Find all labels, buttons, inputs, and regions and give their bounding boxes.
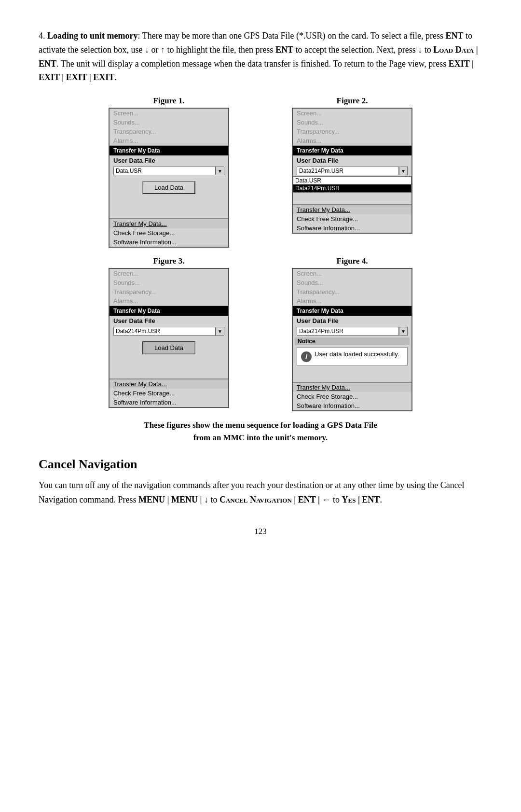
fig4-dropdown-box[interactable]: Data214Pm.USR <box>297 327 399 336</box>
fig4-dropdown-arrow[interactable]: ▼ <box>399 327 408 336</box>
fig3-header-bar: Transfer My Data <box>110 306 228 316</box>
intro-paragraph: 4. Loading to unit memory: There may be … <box>39 29 482 84</box>
fig4-spacer <box>293 368 411 382</box>
fig4-bottom-item-2[interactable]: Software Information... <box>293 401 411 410</box>
fig2-bottom-item-1[interactable]: Check Free Storage... <box>293 214 411 224</box>
fig3-bottom-item-1[interactable]: Check Free Storage... <box>110 389 228 398</box>
fig2-dropdown-list: Data.USR Data214Pm.USR <box>293 176 411 193</box>
fig3-item-screen: Screen... <box>110 269 228 278</box>
figure-3-block: Figure 3. Screen... Sounds... Transparen… <box>77 256 260 411</box>
fig2-dropdown-arrow[interactable]: ▼ <box>399 167 408 175</box>
fig4-bottom-item-1[interactable]: Check Free Storage... <box>293 392 411 401</box>
fig3-spacer <box>110 359 228 378</box>
fig2-item-screen: Screen... <box>293 109 411 118</box>
fig3-dropdown-arrow[interactable]: ▼ <box>216 327 224 336</box>
fig2-dropdown-option-1[interactable]: Data214Pm.USR <box>293 184 411 192</box>
fig3-item-alarms: Alarms... <box>110 296 228 306</box>
fig2-dropdown-option-0[interactable]: Data.USR <box>293 177 411 184</box>
fig4-item-screen: Screen... <box>293 269 411 278</box>
fig2-bottom-item-0[interactable]: Transfer My Data... <box>293 205 411 214</box>
fig4-notice-box: i User data loaded successfully. <box>297 347 408 365</box>
fig4-bottom-item-0[interactable]: Transfer My Data... <box>293 383 411 392</box>
fig1-dropdown-arrow[interactable]: ▼ <box>216 167 224 175</box>
fig3-dropdown-box[interactable]: Data214Pm.USR <box>113 327 216 336</box>
fig1-bottom-item-1[interactable]: Check Free Storage... <box>110 228 228 238</box>
figure-2-label: Figure 2. <box>337 96 368 106</box>
fig4-header-bar: Transfer My Data <box>293 306 411 316</box>
fig4-notice-container: Notice i User data loaded successfully. <box>293 336 411 368</box>
fig2-bottom-item-2[interactable]: Software Information... <box>293 224 411 233</box>
cancel-nav-body: You can turn off any of the navigation c… <box>39 478 482 507</box>
fig4-notice-message: User data loaded successfully. <box>315 350 399 358</box>
fig4-item-sounds: Sounds... <box>293 278 411 287</box>
fig4-notice-header: Notice <box>295 337 410 345</box>
fig2-section-label: User Data File <box>293 155 411 166</box>
fig3-load-btn[interactable]: Load Data <box>142 341 195 354</box>
fig4-dropdown-row: Data214Pm.USR ▼ <box>293 326 411 336</box>
fig4-item-alarms: Alarms... <box>293 296 411 306</box>
figure-2-menu: Screen... Sounds... Transparency... Alar… <box>292 108 412 234</box>
fig4-item-transparency: Transparency... <box>293 287 411 296</box>
fig1-load-btn-container: Load Data <box>110 181 228 194</box>
fig1-spacer <box>110 199 228 218</box>
fig2-item-sounds: Sounds... <box>293 118 411 127</box>
fig1-section-label: User Data File <box>110 155 228 166</box>
fig4-section-label: User Data File <box>293 316 411 326</box>
figure-4-label: Figure 4. <box>337 256 368 266</box>
fig3-dropdown-row: Data214Pm.USR ▼ <box>110 326 228 336</box>
figure-2-block: Figure 2. Screen... Sounds... Transparen… <box>260 96 444 248</box>
fig1-item-sounds: Sounds... <box>110 118 228 127</box>
fig1-bottom-item-0[interactable]: Transfer My Data... <box>110 219 228 228</box>
figure-3-menu: Screen... Sounds... Transparency... Alar… <box>109 268 229 408</box>
fig2-dropdown-row: Data214Pm.USR ▼ <box>293 166 411 176</box>
figure-1-menu: Screen... Sounds... Transparency... Alar… <box>109 108 229 248</box>
figures-grid: Figure 1. Screen... Sounds... Transparen… <box>77 96 444 411</box>
fig4-notice-icon: i <box>301 351 312 362</box>
fig2-header-bar: Transfer My Data <box>293 146 411 155</box>
fig2-spacer <box>293 193 411 204</box>
figure-1-block: Figure 1. Screen... Sounds... Transparen… <box>77 96 260 248</box>
page-number: 123 <box>39 527 482 536</box>
fig1-item-screen: Screen... <box>110 109 228 118</box>
fig2-dropdown-box[interactable]: Data214Pm.USR <box>297 167 399 175</box>
figure-3-label: Figure 3. <box>153 256 185 266</box>
fig3-bottom-item-0[interactable]: Transfer My Data... <box>110 379 228 389</box>
fig1-item-alarms: Alarms... <box>110 136 228 146</box>
fig3-load-btn-container: Load Data <box>110 341 228 354</box>
cancel-nav-heading: Cancel Navigation <box>39 457 482 472</box>
fig2-item-transparency: Transparency... <box>293 127 411 136</box>
fig1-header-bar: Transfer My Data <box>110 146 228 155</box>
fig1-load-btn[interactable]: Load Data <box>142 181 195 194</box>
fig1-item-transparency: Transparency... <box>110 127 228 136</box>
figure-4-menu: Screen... Sounds... Transparency... Alar… <box>292 268 412 411</box>
fig3-item-transparency: Transparency... <box>110 287 228 296</box>
fig3-bottom-item-2[interactable]: Software Information... <box>110 398 228 407</box>
fig1-bottom-item-2[interactable]: Software Information... <box>110 238 228 247</box>
figure-4-block: Figure 4. Screen... Sounds... Transparen… <box>260 256 444 411</box>
fig2-item-alarms: Alarms... <box>293 136 411 146</box>
fig1-dropdown-box[interactable]: Data.USR <box>113 167 216 175</box>
figures-caption: These figures show the menu sequence for… <box>77 419 444 444</box>
fig3-item-sounds: Sounds... <box>110 278 228 287</box>
figure-1-label: Figure 1. <box>153 96 185 106</box>
fig3-section-label: User Data File <box>110 316 228 326</box>
fig1-dropdown-row: Data.USR ▼ <box>110 166 228 176</box>
